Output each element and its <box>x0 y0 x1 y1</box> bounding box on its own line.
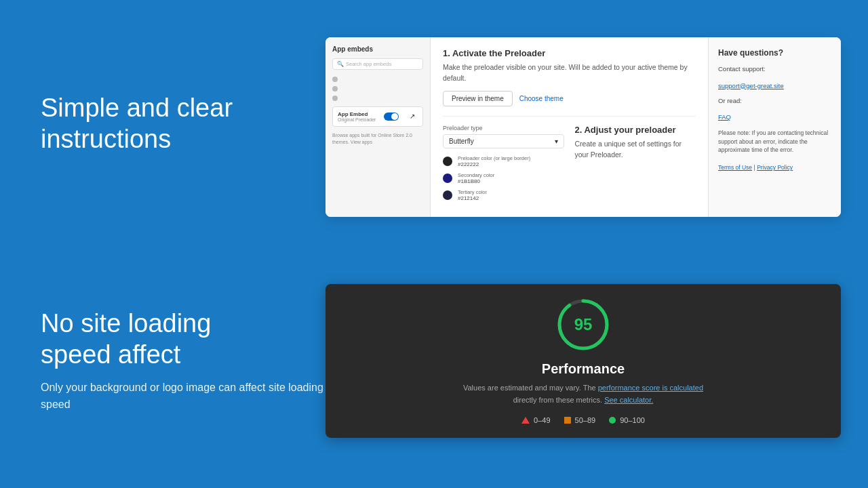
legend-item-orange: 50–89 <box>564 416 596 424</box>
legend-row: 0–49 50–89 90–100 <box>521 416 645 424</box>
steps-panel: 1. Activate the Preloader Make the prelo… <box>431 37 709 217</box>
secondary-color-row: Secondary color #1B1B80 <box>443 172 564 184</box>
app-embeds-nav: App embeds 🔍 Search app embeds App Embed… <box>326 37 431 217</box>
preview-theme-button[interactable]: Preview in theme <box>443 91 513 106</box>
or-read-label: Or read: <box>718 96 831 106</box>
help-panel: Have questions? Contact support: support… <box>709 37 841 217</box>
chevron-down-icon: ▾ <box>555 138 558 145</box>
square-icon <box>564 417 571 424</box>
step2-right: 2. Adjust your preloader Create a unique… <box>575 125 696 206</box>
secondary-color-info: Secondary color #1B1B80 <box>458 172 494 184</box>
legend-range-90-100: 90–100 <box>620 416 645 424</box>
top-section: Simple and clear instructions App embeds… <box>0 0 868 244</box>
see-calculator-link[interactable]: See calculator. <box>604 396 653 404</box>
privacy-link[interactable]: Privacy Policy <box>757 164 793 171</box>
app-embed-title: App Embed <box>338 111 376 117</box>
terms-link[interactable]: Terms of Use <box>718 164 752 171</box>
preloader-type-label: Preloader type <box>443 125 564 131</box>
score-number: 95 <box>574 315 593 334</box>
instructions-panel: App embeds 🔍 Search app embeds App Embed… <box>326 37 841 217</box>
preloader-color-info: Preloader color (or large border) #22222… <box>458 155 530 167</box>
legend-range-50-89: 50–89 <box>575 416 596 424</box>
bottom-section: No site loading speed affect Only your b… <box>0 244 868 488</box>
preloader-settings: Preloader type Butterfly ▾ Preloader col… <box>443 125 564 206</box>
preloader-type-select[interactable]: Butterfly ▾ <box>443 134 564 148</box>
legend-item-green: 90–100 <box>609 416 645 424</box>
bottom-heading-line2: speed affect <box>41 340 180 369</box>
legend-item-red: 0–49 <box>521 416 550 424</box>
tertiary-color-value: #212142 <box>458 195 487 201</box>
cursor-icon: ↗ <box>410 113 418 121</box>
tertiary-color-label: Tertiary color <box>458 189 487 195</box>
nav-dot-1 <box>332 77 338 82</box>
step1-desc: Make the preloader visible on your site.… <box>443 62 696 84</box>
preloader-color-value: #222222 <box>458 161 530 167</box>
tertiary-color-info: Tertiary color #212142 <box>458 189 487 201</box>
perf-score-link[interactable]: performance score is calculated <box>598 384 703 392</box>
perf-desc-text2: directly from these metrics. <box>513 396 602 404</box>
preloader-color-label: Preloader color (or large border) <box>458 155 530 161</box>
secondary-color-label: Secondary color <box>458 172 494 178</box>
app-embed-info: App Embed Original Preloader <box>338 111 376 122</box>
step1-title: 1. Activate the Preloader <box>443 48 696 58</box>
triangle-icon <box>521 417 530 424</box>
help-title: Have questions? <box>718 48 831 58</box>
search-placeholder: Search app embeds <box>346 61 391 67</box>
preloader-color-row: Preloader color (or large border) #22222… <box>443 155 564 167</box>
step2-title: 2. Adjust your preloader <box>575 125 696 135</box>
performance-panel: 95 Performance Values are estimated and … <box>326 284 841 437</box>
circle-icon <box>609 417 616 424</box>
nav-dot-2 <box>332 86 338 92</box>
contact-label: Contact support: <box>718 64 831 74</box>
step-1: 1. Activate the Preloader Make the prelo… <box>443 48 696 106</box>
faq-link[interactable]: FAQ <box>718 113 731 121</box>
secondary-color-swatch <box>443 174 452 183</box>
secondary-color-value: #1B1B80 <box>458 178 494 184</box>
help-note: Please note: If you are contacting techn… <box>718 129 831 155</box>
perf-desc-text: Values are estimated and may vary. The <box>463 384 596 392</box>
choose-theme-button[interactable]: Choose theme <box>519 95 564 102</box>
preloader-type-value: Butterfly <box>449 138 474 145</box>
nav-icons <box>332 77 423 101</box>
performance-desc: Values are estimated and may vary. The p… <box>463 382 703 406</box>
step-2: Preloader type Butterfly ▾ Preloader col… <box>443 125 696 206</box>
bottom-left-text: No site loading speed affect Only your b… <box>41 308 326 413</box>
top-left-text: Simple and clear instructions <box>41 93 326 161</box>
step2-desc: Create a unique set of settings for your… <box>575 139 696 161</box>
preloader-color-swatch <box>443 157 452 166</box>
search-bar[interactable]: 🔍 Search app embeds <box>332 58 423 70</box>
legal-links: Terms of Use | Privacy Policy <box>718 164 831 171</box>
legend-range-0-49: 0–49 <box>534 416 550 424</box>
app-embeds-footer: Browse apps built for Online Store 2.0 t… <box>332 132 423 146</box>
app-embed-item: App Embed Original Preloader ↗ <box>332 106 423 127</box>
bottom-heading: No site loading speed affect <box>41 308 326 370</box>
score-circle: 95 <box>556 298 610 352</box>
performance-content: 95 Performance Values are estimated and … <box>326 284 841 437</box>
performance-label: Performance <box>542 361 625 377</box>
bottom-heading-line1: No site loading <box>41 309 211 338</box>
step1-buttons: Preview in theme Choose theme <box>443 91 696 106</box>
support-email-link[interactable]: support@get-great.site <box>718 82 784 89</box>
search-icon: 🔍 <box>337 61 344 67</box>
bottom-desc: Only your background or logo image can a… <box>41 379 326 413</box>
top-heading: Simple and clear instructions <box>41 93 326 155</box>
app-embeds-title: App embeds <box>332 45 423 53</box>
tertiary-color-swatch <box>443 190 452 200</box>
nav-dot-3 <box>332 96 338 101</box>
tertiary-color-row: Tertiary color #212142 <box>443 189 564 201</box>
app-embed-subtitle: Original Preloader <box>338 117 376 122</box>
steps-divider <box>443 116 696 117</box>
app-embed-toggle[interactable] <box>384 113 399 121</box>
